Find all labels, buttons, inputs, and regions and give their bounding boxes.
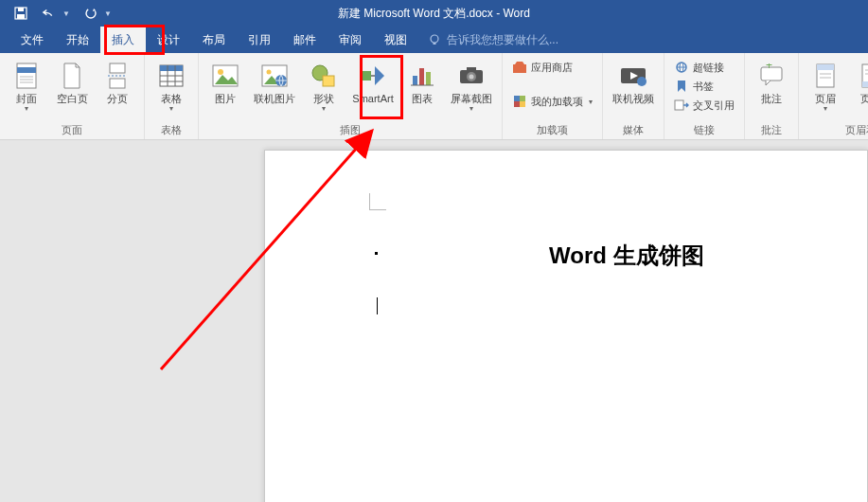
page-break-button[interactable]: 分页	[97, 57, 138, 104]
group-illustrations: 图片 联机图片 形状 ▾ SmartArt	[199, 53, 503, 139]
svg-rect-6	[17, 63, 36, 88]
document-page[interactable]: Word 生成饼图	[264, 150, 868, 502]
group-links-label: 链接	[694, 122, 715, 137]
svg-rect-40	[520, 101, 525, 107]
svg-point-34	[469, 75, 474, 80]
picture-icon	[210, 61, 240, 91]
chevron-down-icon: ▾	[469, 104, 473, 113]
tab-home[interactable]: 开始	[55, 27, 100, 53]
svg-rect-39	[514, 101, 520, 107]
svg-rect-46	[675, 100, 683, 110]
crossref-label: 交叉引用	[693, 99, 735, 113]
chart-label: 图表	[412, 93, 433, 104]
hyperlink-label: 超链接	[693, 61, 724, 75]
comment-icon: +	[756, 61, 787, 91]
header-button[interactable]: 页眉 ▾	[805, 57, 846, 113]
header-icon	[810, 61, 841, 91]
group-headerfooter-label: 页眉和页脚	[845, 122, 869, 137]
group-media: 联机视频 媒体	[603, 53, 664, 139]
svg-rect-7	[17, 67, 36, 73]
tab-file[interactable]: 文件	[9, 27, 55, 53]
online-picture-button[interactable]: 联机图片	[250, 57, 299, 104]
hyperlink-icon	[674, 60, 689, 75]
chart-icon	[407, 61, 437, 91]
undo-icon[interactable]	[42, 6, 57, 21]
tab-layout[interactable]: 布局	[191, 27, 237, 53]
table-button[interactable]: 表格 ▾	[151, 57, 192, 113]
online-video-label: 联机视频	[612, 93, 654, 104]
tab-design[interactable]: 设计	[146, 27, 191, 53]
online-video-icon	[618, 61, 648, 91]
anchor-dot	[375, 252, 378, 255]
screenshot-button[interactable]: 屏幕截图 ▾	[447, 57, 496, 113]
svg-rect-5	[434, 43, 436, 45]
cover-page-button[interactable]: 封面 ▾	[6, 57, 47, 113]
bookmark-label: 书签	[693, 80, 714, 94]
cover-page-icon	[11, 61, 42, 91]
smartart-button[interactable]: SmartArt	[348, 57, 398, 104]
footer-button[interactable]: 页脚 ▾	[850, 57, 868, 113]
group-illustrations-label: 插图	[340, 122, 361, 137]
svg-rect-2	[17, 14, 25, 19]
svg-rect-36	[513, 64, 526, 73]
tab-mailings[interactable]: 邮件	[282, 27, 328, 53]
text-cursor	[377, 297, 378, 314]
tab-references[interactable]: 引用	[237, 27, 282, 53]
lightbulb-icon	[428, 33, 441, 46]
redo-icon[interactable]	[83, 6, 98, 21]
crossref-button[interactable]: 交叉引用	[670, 97, 738, 114]
store-label: 应用商店	[531, 61, 573, 75]
svg-rect-54	[862, 81, 868, 87]
chevron-down-icon: ▾	[322, 104, 326, 113]
store-button[interactable]: 应用商店	[508, 59, 596, 76]
group-pages-label: 页面	[62, 122, 82, 137]
svg-text:+: +	[766, 63, 772, 72]
svg-point-21	[218, 69, 223, 75]
svg-point-23	[267, 70, 272, 75]
screenshot-label: 屏幕截图	[451, 93, 492, 104]
table-icon	[156, 61, 186, 91]
shapes-label: 形状	[313, 93, 334, 104]
group-comments-label: 批注	[761, 122, 782, 137]
tab-insert[interactable]: 插入	[100, 27, 146, 53]
comment-label: 批注	[761, 93, 782, 104]
tab-review[interactable]: 审阅	[328, 27, 373, 53]
qat-customize-icon[interactable]: ▼	[104, 9, 112, 18]
chevron-down-icon: ▾	[589, 98, 593, 106]
screenshot-icon	[456, 61, 487, 91]
svg-rect-27	[362, 71, 371, 81]
shapes-button[interactable]: 形状 ▾	[303, 57, 345, 113]
window-title: 新建 Microsoft Word 文档.docx - Word	[338, 6, 530, 22]
svg-rect-35	[467, 67, 476, 71]
tell-me-search[interactable]: 告诉我您想要做什么...	[428, 27, 558, 53]
svg-rect-30	[426, 72, 431, 85]
undo-dropdown-icon[interactable]: ▼	[62, 9, 70, 18]
blank-page-button[interactable]: 空白页	[51, 57, 93, 104]
my-addins-button[interactable]: 我的加载项 ▾	[508, 93, 596, 110]
margin-corner-mark	[369, 193, 386, 210]
hyperlink-button[interactable]: 超链接	[670, 59, 738, 76]
blank-page-icon	[57, 61, 87, 91]
page-break-label: 分页	[107, 93, 128, 104]
svg-rect-1	[18, 8, 24, 11]
smartart-label: SmartArt	[352, 93, 393, 104]
svg-rect-15	[160, 65, 183, 71]
chart-button[interactable]: 图表	[401, 57, 443, 104]
save-icon[interactable]	[13, 6, 28, 21]
svg-rect-12	[110, 79, 125, 88]
group-addins-label: 加载项	[537, 122, 568, 137]
left-gutter	[0, 140, 264, 502]
smartart-icon	[358, 61, 388, 91]
group-tables-label: 表格	[161, 122, 182, 137]
svg-rect-29	[419, 68, 424, 85]
table-label: 表格	[161, 93, 182, 104]
picture-button[interactable]: 图片	[204, 57, 246, 104]
bookmark-icon	[674, 79, 689, 94]
tab-view[interactable]: 视图	[373, 27, 418, 53]
chevron-down-icon: ▾	[25, 104, 28, 113]
bookmark-button[interactable]: 书签	[670, 78, 738, 95]
comment-button[interactable]: + 批注	[751, 57, 792, 104]
crossref-icon	[674, 98, 689, 113]
online-video-button[interactable]: 联机视频	[609, 57, 658, 104]
chevron-down-icon: ▾	[169, 104, 173, 113]
